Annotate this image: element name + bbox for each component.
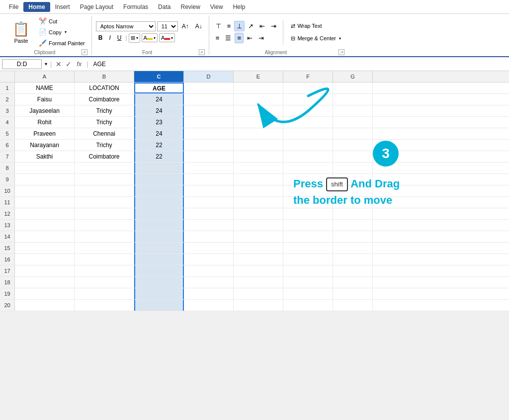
- cell-E9[interactable]: [234, 174, 283, 185]
- cell-A14[interactable]: [15, 231, 75, 242]
- cell-G14[interactable]: [333, 231, 373, 242]
- cell-B4[interactable]: Trichy: [75, 117, 134, 128]
- cell-B14[interactable]: [75, 231, 134, 242]
- align-bottom-button[interactable]: ⊥: [234, 21, 245, 31]
- align-top-button[interactable]: ⊤: [213, 21, 224, 31]
- font-size-selector[interactable]: 11: [157, 21, 178, 31]
- cell-D13[interactable]: [184, 220, 234, 231]
- cell-D2[interactable]: [184, 94, 234, 105]
- cell-F18[interactable]: [283, 277, 333, 288]
- cell-E13[interactable]: [234, 220, 283, 231]
- cell-D18[interactable]: [184, 277, 234, 288]
- col-header-c[interactable]: C: [134, 71, 184, 82]
- align-center-button[interactable]: ☰: [223, 33, 234, 43]
- cell-E6[interactable]: [234, 140, 283, 151]
- cell-C3[interactable]: 24: [134, 105, 184, 116]
- merge-center-button[interactable]: ⊟ Merge & Center ▾: [287, 33, 344, 44]
- name-box[interactable]: [2, 59, 42, 69]
- cell-A15[interactable]: [15, 243, 75, 253]
- menu-data[interactable]: Data: [153, 2, 175, 12]
- cell-B8[interactable]: [75, 163, 134, 173]
- format-painter-button[interactable]: 🖌️ Format Painter: [36, 38, 87, 48]
- cell-B10[interactable]: [75, 185, 134, 196]
- confirm-formula-button[interactable]: ✓: [65, 60, 73, 68]
- cell-G5[interactable]: [333, 128, 373, 139]
- menu-insert[interactable]: Insert: [50, 2, 75, 12]
- cancel-formula-button[interactable]: ✕: [55, 60, 63, 68]
- cell-E10[interactable]: [234, 185, 283, 196]
- cell-G13[interactable]: [333, 220, 373, 231]
- indent-decrease-button[interactable]: ⇤: [257, 21, 267, 31]
- cell-F11[interactable]: [283, 197, 333, 208]
- wrap-text-button[interactable]: ⇄ Wrap Text: [287, 21, 344, 31]
- cell-F5[interactable]: [283, 128, 333, 139]
- cell-E19[interactable]: [234, 288, 283, 299]
- cell-D19[interactable]: [184, 288, 234, 299]
- cell-F17[interactable]: [283, 265, 333, 276]
- cell-E4[interactable]: [234, 117, 283, 128]
- copy-dropdown-arrow[interactable]: ▾: [65, 30, 67, 34]
- cell-C4[interactable]: 23: [134, 117, 184, 128]
- cell-A17[interactable]: [15, 265, 75, 276]
- cell-F12[interactable]: [283, 208, 333, 219]
- cell-A5[interactable]: Praveen: [15, 128, 75, 139]
- paste-button[interactable]: 📋 Paste: [8, 18, 34, 46]
- cell-E5[interactable]: [234, 128, 283, 139]
- italic-button[interactable]: I: [106, 33, 113, 43]
- cell-A6[interactable]: Narayanan: [15, 140, 75, 151]
- cell-A4[interactable]: Rohit: [15, 117, 75, 128]
- menu-view[interactable]: View: [205, 2, 228, 12]
- col-header-f[interactable]: F: [283, 71, 333, 82]
- cell-G20[interactable]: [333, 300, 373, 311]
- col-header-a[interactable]: A: [15, 71, 75, 82]
- cell-B11[interactable]: [75, 197, 134, 208]
- cell-B7[interactable]: Coimbatore: [75, 151, 134, 162]
- cell-C12[interactable]: [134, 208, 184, 219]
- cell-G6[interactable]: [333, 140, 373, 151]
- cell-C8[interactable]: [134, 163, 184, 173]
- cell-D11[interactable]: [184, 197, 234, 208]
- underline-button[interactable]: U: [115, 33, 124, 43]
- name-box-dropdown[interactable]: ▾: [45, 61, 47, 67]
- merge-dropdown-icon[interactable]: ▾: [339, 36, 341, 41]
- align-right-button[interactable]: ≡: [235, 33, 244, 43]
- cell-B17[interactable]: [75, 265, 134, 276]
- cell-G12[interactable]: [333, 208, 373, 219]
- cell-C5[interactable]: 24: [134, 128, 184, 139]
- cell-B3[interactable]: Trichy: [75, 105, 134, 116]
- cell-E2[interactable]: [234, 94, 283, 105]
- cell-E16[interactable]: [234, 254, 283, 265]
- cell-D5[interactable]: [184, 128, 234, 139]
- cell-D3[interactable]: [184, 105, 234, 116]
- cell-F13[interactable]: [283, 220, 333, 231]
- cell-F10[interactable]: [283, 185, 333, 196]
- cell-F3[interactable]: [283, 105, 333, 116]
- orientation-button[interactable]: ↗: [246, 21, 256, 31]
- cell-G7[interactable]: [333, 151, 373, 162]
- cell-F8[interactable]: [283, 163, 333, 173]
- font-expand-icon[interactable]: ↗: [199, 49, 205, 55]
- alignment-expand-icon[interactable]: ↗: [339, 49, 344, 55]
- cell-F14[interactable]: [283, 231, 333, 242]
- cell-A9[interactable]: [15, 174, 75, 185]
- cell-G4[interactable]: [333, 117, 373, 128]
- menu-formulas[interactable]: Formulas: [118, 2, 153, 12]
- cut-button[interactable]: ✂️ Cut: [36, 16, 87, 26]
- cell-F6[interactable]: [283, 140, 333, 151]
- cell-E17[interactable]: [234, 265, 283, 276]
- cell-B9[interactable]: [75, 174, 134, 185]
- cell-C14[interactable]: [134, 231, 184, 242]
- cell-A2[interactable]: Faisu: [15, 94, 75, 105]
- cell-G11[interactable]: [333, 197, 373, 208]
- cell-B20[interactable]: [75, 300, 134, 311]
- cell-A11[interactable]: [15, 197, 75, 208]
- menu-page-layout[interactable]: Page Layout: [75, 2, 118, 12]
- cell-D10[interactable]: [184, 185, 234, 196]
- cell-G18[interactable]: [333, 277, 373, 288]
- cell-B19[interactable]: [75, 288, 134, 299]
- align-left-button[interactable]: ≡: [213, 33, 222, 43]
- borders-button[interactable]: ⊞ ▾: [129, 33, 140, 43]
- cell-G2[interactable]: [333, 94, 373, 105]
- cell-E14[interactable]: [234, 231, 283, 242]
- cell-A19[interactable]: [15, 288, 75, 299]
